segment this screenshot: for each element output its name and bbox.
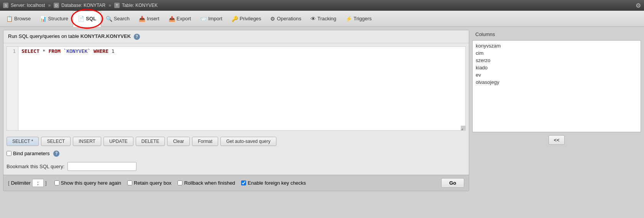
select-star-button[interactable]: SELECT *	[7, 137, 39, 146]
sql-star: *	[43, 48, 49, 54]
triggers-icon: ⚡	[345, 16, 352, 22]
tab-browse-label: Browse	[14, 16, 31, 21]
tab-browse[interactable]: 📋 Browse	[2, 11, 35, 27]
tab-triggers-label: Triggers	[353, 16, 371, 21]
tab-sql[interactable]: 📄 SQL	[73, 11, 101, 27]
select-button[interactable]: SELECT	[41, 137, 71, 146]
go-button[interactable]: Go	[441, 178, 464, 188]
bookmark-row: Bookmark this SQL query:	[3, 160, 469, 175]
browse-icon: 📋	[6, 16, 13, 22]
option-rollback[interactable]: Rollback when finished	[177, 180, 235, 186]
columns-header: Columns	[472, 30, 641, 39]
column-item-konyvszam[interactable]: konyvszam	[474, 42, 639, 49]
column-item-olvasojegy[interactable]: olvasojegy	[474, 79, 639, 86]
main-content: Run SQL query/queries on table KONYTAR.K…	[0, 27, 644, 194]
tab-tracking-label: Tracking	[317, 16, 336, 21]
sql-panel: Run SQL query/queries on table KONYTAR.K…	[3, 30, 469, 191]
delimiter-input[interactable]	[32, 179, 44, 187]
tab-triggers[interactable]: ⚡ Triggers	[341, 11, 376, 27]
bookmark-input[interactable]	[67, 162, 136, 171]
action-buttons: SELECT * SELECT INSERT UPDATE DELETE Cle…	[3, 134, 469, 149]
db-icon: D	[54, 3, 59, 8]
nav-bar: 📋 Browse 📊 Structure 📄 SQL 🔍 Search 📥 In…	[0, 11, 644, 27]
retain-box-label: Retain query box	[134, 180, 171, 186]
title-bar-breadcrumb: S Server: localhost » D Database: KONYTA…	[3, 3, 158, 8]
bracket-open: [	[8, 180, 10, 186]
tab-search-label: Search	[114, 16, 130, 21]
tab-operations-label: Operations	[277, 16, 301, 21]
column-item-ev[interactable]: ev	[474, 71, 639, 79]
delete-button[interactable]: DELETE	[136, 137, 165, 146]
import-icon: 📨	[200, 16, 207, 22]
sql-icon: 📄	[78, 16, 84, 22]
sql-table: `KONYVEK`	[64, 48, 94, 54]
tab-privileges-label: Privileges	[240, 16, 261, 21]
collapse-columns-btn[interactable]: <<	[472, 135, 641, 145]
options-list: Show this query here again Retain query …	[54, 180, 434, 186]
tab-insert[interactable]: 📥 Insert	[134, 11, 164, 27]
sql-editor[interactable]: SELECT * FROM `KONYVEK` WHERE 1	[18, 46, 466, 131]
bottom-options: [ Delimiter ] Show this query here again…	[3, 175, 469, 191]
header-help-icon[interactable]: ?	[134, 34, 140, 40]
server-icon: S	[3, 3, 8, 8]
search-icon: 🔍	[106, 16, 112, 22]
bind-params-checkbox[interactable]	[7, 151, 12, 156]
bind-params-help-icon[interactable]: ?	[53, 151, 59, 157]
kw-from: FROM	[48, 48, 60, 54]
tab-sql-label: SQL	[86, 16, 96, 21]
option-foreign-key[interactable]: Enable foreign key checks	[241, 180, 306, 186]
tab-export[interactable]: 📤 Export	[164, 11, 196, 27]
show-again-checkbox[interactable]	[54, 180, 59, 185]
rollback-checkbox[interactable]	[177, 180, 182, 185]
tab-insert-label: Insert	[147, 16, 159, 21]
tab-operations[interactable]: ⚙ Operations	[266, 11, 306, 27]
table-icon: T	[114, 3, 120, 8]
table-name-label: KONYTAR.KONYVEK	[80, 33, 131, 39]
delimiter-box: [ Delimiter ]	[8, 179, 47, 187]
title-bar: S Server: localhost » D Database: KONYTA…	[0, 0, 644, 11]
clear-button[interactable]: Clear	[167, 137, 190, 146]
privileges-icon: 🔑	[232, 16, 238, 22]
tab-import-label: Import	[208, 16, 222, 21]
line-numbers: 1	[7, 46, 18, 131]
table-label: Table: KONYVEK	[122, 3, 158, 8]
get-auto-saved-button[interactable]: Get auto-saved query	[220, 137, 276, 146]
foreign-key-label: Enable foreign key checks	[248, 180, 306, 186]
line-number-1: 1	[9, 48, 16, 54]
tab-privileges[interactable]: 🔑 Privileges	[227, 11, 266, 27]
structure-icon: 📊	[40, 16, 46, 22]
bind-params-label[interactable]: Bind parameters	[7, 151, 49, 156]
tab-structure-label: Structure	[48, 16, 68, 21]
retain-box-checkbox[interactable]	[127, 180, 132, 185]
sql-header-text: Run SQL query/queries on table KONYTAR.K…	[8, 33, 131, 39]
bracket-close: ]	[45, 180, 47, 186]
update-button[interactable]: UPDATE	[104, 137, 133, 146]
column-item-cim[interactable]: cim	[474, 49, 639, 57]
tracking-icon: 👁	[310, 16, 316, 22]
editor-wrapper: 1 SELECT * FROM `KONYVEK` WHERE 1	[7, 46, 466, 131]
tab-tracking[interactable]: 👁 Tracking	[306, 11, 341, 27]
tab-export-label: Export	[177, 16, 191, 21]
insert-button[interactable]: INSERT	[73, 137, 101, 146]
settings-icon[interactable]: ⚙	[636, 2, 641, 9]
server-label: Server: localhost	[11, 3, 45, 8]
show-again-label: Show this query here again	[61, 180, 122, 186]
resize-handle[interactable]	[461, 126, 465, 130]
tab-structure[interactable]: 📊 Structure	[35, 11, 73, 27]
rollback-label: Rollback when finished	[184, 180, 235, 186]
format-button[interactable]: Format	[192, 137, 218, 146]
kw-where: WHERE	[94, 48, 108, 54]
sep1: »	[48, 3, 51, 8]
option-retain-box[interactable]: Retain query box	[127, 180, 171, 186]
option-show-again[interactable]: Show this query here again	[54, 180, 122, 186]
bind-params-text: Bind parameters	[13, 151, 49, 156]
collapse-button[interactable]: <<	[549, 135, 564, 145]
tab-import[interactable]: 📨 Import	[196, 11, 227, 27]
column-item-kiado[interactable]: kiado	[474, 64, 639, 71]
sql-where-val: 1	[112, 48, 115, 54]
bookmark-label: Bookmark this SQL query:	[7, 164, 64, 169]
tab-search[interactable]: 🔍 Search	[101, 11, 134, 27]
foreign-key-checkbox[interactable]	[241, 180, 246, 185]
column-item-szerzo[interactable]: szerzo	[474, 57, 639, 64]
sep2: »	[108, 3, 111, 8]
